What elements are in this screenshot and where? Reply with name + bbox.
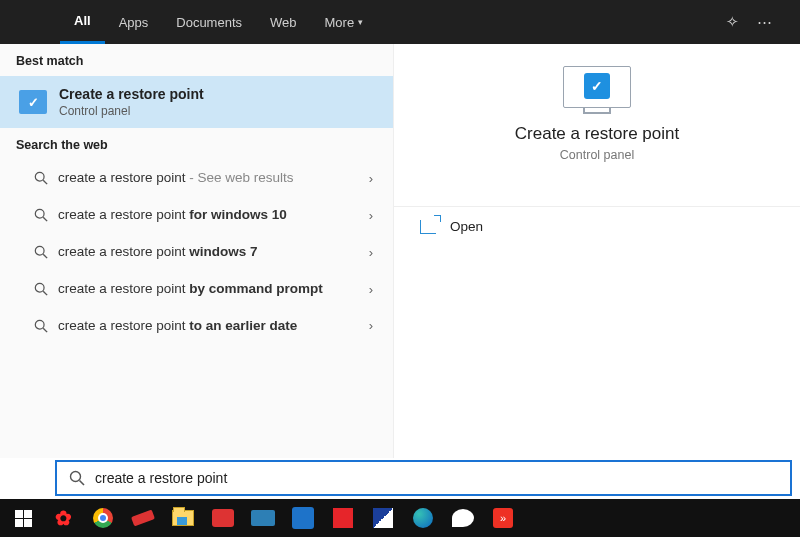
- svg-point-2: [35, 210, 44, 219]
- svg-line-9: [43, 328, 47, 332]
- taskbar-app-red[interactable]: [326, 503, 360, 533]
- svg-point-4: [35, 247, 44, 256]
- open-action[interactable]: Open: [394, 207, 800, 246]
- web-result[interactable]: create a restore point for windows 10 ›: [0, 197, 393, 234]
- disk-icon: [251, 510, 275, 526]
- search-icon: [34, 245, 48, 259]
- search-bar[interactable]: [55, 460, 792, 496]
- best-match-subtitle: Control panel: [59, 104, 204, 118]
- svg-line-3: [43, 218, 47, 222]
- svg-point-0: [35, 173, 44, 182]
- svg-line-7: [43, 291, 47, 295]
- restore-point-large-icon: [560, 66, 634, 118]
- search-input[interactable]: [95, 470, 790, 486]
- contrast-icon: [373, 508, 393, 528]
- preview-title: Create a restore point: [414, 124, 780, 144]
- feedback-icon[interactable]: ✧: [716, 13, 748, 31]
- search-icon: [34, 208, 48, 222]
- chevron-right-icon[interactable]: ›: [363, 282, 379, 297]
- taskbar-app-dove[interactable]: [446, 503, 480, 533]
- edge-icon: [413, 508, 433, 528]
- taskbar-app-file-explorer[interactable]: [166, 503, 200, 533]
- search-web-header: Search the web: [0, 128, 393, 160]
- red-square-icon: [333, 508, 353, 528]
- taskbar: ✿ »: [0, 499, 800, 537]
- usb-icon: [131, 510, 155, 527]
- web-result[interactable]: create a restore point windows 7 ›: [0, 234, 393, 271]
- web-result[interactable]: create a restore point - See web results…: [0, 160, 393, 197]
- search-results-body: Best match Create a restore point Contro…: [0, 44, 800, 458]
- search-icon: [34, 171, 48, 185]
- svg-point-10: [71, 472, 81, 482]
- web-result-text: create a restore point for windows 10: [32, 207, 363, 224]
- taskbar-app-mail[interactable]: [286, 503, 320, 533]
- tab-documents[interactable]: Documents: [162, 0, 256, 44]
- search-icon: [69, 470, 85, 486]
- tab-web[interactable]: Web: [256, 0, 311, 44]
- svg-point-8: [35, 320, 44, 329]
- taskbar-app-chrome[interactable]: [86, 503, 120, 533]
- best-match-result[interactable]: Create a restore point Control panel: [0, 76, 393, 128]
- anydesk-icon: »: [493, 508, 513, 528]
- chevron-right-icon[interactable]: ›: [363, 208, 379, 223]
- preview-subtitle: Control panel: [414, 148, 780, 162]
- taskbar-app-usb[interactable]: [126, 503, 160, 533]
- best-match-header: Best match: [0, 44, 393, 76]
- chevron-right-icon[interactable]: ›: [363, 171, 379, 186]
- tab-more[interactable]: More▾: [311, 0, 378, 44]
- more-options-icon[interactable]: ⋯: [748, 13, 780, 31]
- taskbar-app-disk[interactable]: [246, 503, 280, 533]
- web-result-text: create a restore point - See web results: [32, 170, 363, 187]
- pdf-icon: [212, 509, 234, 527]
- web-result[interactable]: create a restore point to an earlier dat…: [0, 308, 393, 345]
- open-label: Open: [450, 219, 483, 234]
- search-icon: [34, 319, 48, 333]
- preview-pane: Create a restore point Control panel Ope…: [394, 44, 800, 458]
- folder-icon: [172, 510, 194, 526]
- taskbar-app-pdf[interactable]: [206, 503, 240, 533]
- svg-line-1: [43, 181, 47, 185]
- web-result[interactable]: create a restore point by command prompt…: [0, 271, 393, 308]
- chevron-right-icon[interactable]: ›: [363, 318, 379, 333]
- start-button[interactable]: [6, 503, 40, 533]
- svg-line-5: [43, 254, 47, 258]
- restore-point-icon: [19, 90, 47, 114]
- taskbar-app-anydesk[interactable]: »: [486, 503, 520, 533]
- web-result-text: create a restore point to an earlier dat…: [32, 318, 363, 335]
- dove-icon: [452, 509, 474, 527]
- preview-actions: Open: [394, 206, 800, 246]
- mail-icon: [292, 507, 314, 529]
- search-scope-tabs: All Apps Documents Web More▾ ✧ ⋯: [0, 0, 800, 44]
- chevron-down-icon: ▾: [358, 17, 363, 27]
- open-icon: [420, 220, 436, 234]
- windows-logo-icon: [15, 510, 32, 527]
- results-list: Best match Create a restore point Contro…: [0, 44, 394, 458]
- svg-point-6: [35, 283, 44, 292]
- web-result-text: create a restore point windows 7: [32, 244, 363, 261]
- chrome-icon: [93, 508, 113, 528]
- taskbar-app-huawei[interactable]: ✿: [46, 503, 80, 533]
- svg-line-11: [80, 481, 85, 486]
- tab-apps[interactable]: Apps: [105, 0, 163, 44]
- taskbar-app-edge[interactable]: [406, 503, 440, 533]
- chevron-right-icon[interactable]: ›: [363, 245, 379, 260]
- web-result-text: create a restore point by command prompt: [32, 281, 363, 298]
- tab-all[interactable]: All: [60, 0, 105, 44]
- search-icon: [34, 282, 48, 296]
- best-match-title: Create a restore point: [59, 86, 204, 102]
- taskbar-app-contrast[interactable]: [366, 503, 400, 533]
